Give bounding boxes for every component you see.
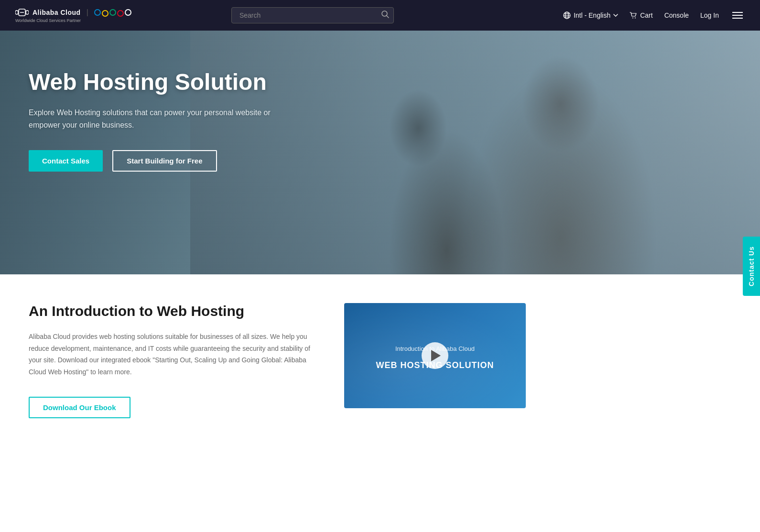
search-icon	[381, 11, 389, 18]
hero-cta-buttons: Contact Sales Start Building for Free	[29, 150, 296, 172]
svg-rect-1	[26, 11, 29, 14]
contact-us-tab[interactable]: Contact Us	[743, 237, 760, 296]
download-ebook-button[interactable]: Download Our Ebook	[29, 397, 130, 418]
alibaba-logo-icon	[15, 8, 29, 17]
language-label: Intl - English	[574, 11, 610, 19]
hero-title: Web Hosting Solution	[29, 69, 296, 95]
navbar: Alibaba Cloud | Worldwide Cloud Services…	[0, 0, 760, 31]
olympics-rings	[94, 8, 131, 17]
hamburger-line-3	[732, 18, 743, 19]
login-label: Log In	[700, 11, 719, 19]
intro-text-block: An Introduction to Web Hosting Alibaba C…	[29, 303, 315, 418]
hero-subtitle: Explore Web Hosting solutions that can p…	[29, 107, 277, 131]
brand-name-text: Alibaba Cloud	[33, 9, 81, 16]
language-selector[interactable]: Intl - English	[563, 11, 618, 19]
search-bar[interactable]	[231, 7, 394, 23]
svg-line-5	[386, 16, 389, 18]
contact-sales-button[interactable]: Contact Sales	[29, 150, 103, 172]
login-link[interactable]: Log In	[700, 11, 719, 19]
brand-subtitle: Worldwide Cloud Services Partner	[15, 18, 131, 23]
menu-button[interactable]	[730, 10, 745, 21]
start-building-button[interactable]: Start Building for Free	[112, 150, 217, 172]
contact-sidebar: Contact Us	[743, 237, 760, 296]
intro-heading: An Introduction to Web Hosting	[29, 303, 315, 319]
brand-logo: Alibaba Cloud | Worldwide Cloud Services…	[15, 8, 131, 23]
intro-section: An Introduction to Web Hosting Alibaba C…	[0, 274, 760, 447]
intro-video-thumbnail[interactable]: Introduction to Alibaba Cloud WEB HOSTIN…	[344, 303, 526, 408]
hero-section: Web Hosting Solution Explore Web Hosting…	[0, 31, 760, 274]
chevron-down-icon	[613, 14, 618, 17]
console-link[interactable]: Console	[664, 11, 689, 19]
hamburger-line-1	[732, 12, 743, 13]
svg-point-12	[635, 18, 636, 19]
globe-icon	[563, 11, 571, 19]
pipe-divider: |	[87, 8, 88, 17]
cart-icon	[630, 12, 637, 19]
svg-point-11	[632, 18, 633, 19]
navbar-actions: Intl - English Cart Console Log In	[563, 10, 745, 21]
intro-body-text: Alibaba Cloud provides web hosting solut…	[29, 331, 315, 378]
search-input[interactable]	[231, 7, 394, 23]
video-play-button[interactable]	[422, 342, 448, 369]
hamburger-line-2	[732, 15, 743, 16]
hero-content: Web Hosting Solution Explore Web Hosting…	[0, 31, 325, 210]
svg-rect-0	[15, 11, 18, 14]
search-button[interactable]	[381, 11, 389, 20]
cart-label: Cart	[640, 11, 652, 19]
cart-link[interactable]: Cart	[630, 11, 652, 19]
play-triangle-icon	[431, 350, 441, 361]
console-label: Console	[664, 11, 689, 19]
